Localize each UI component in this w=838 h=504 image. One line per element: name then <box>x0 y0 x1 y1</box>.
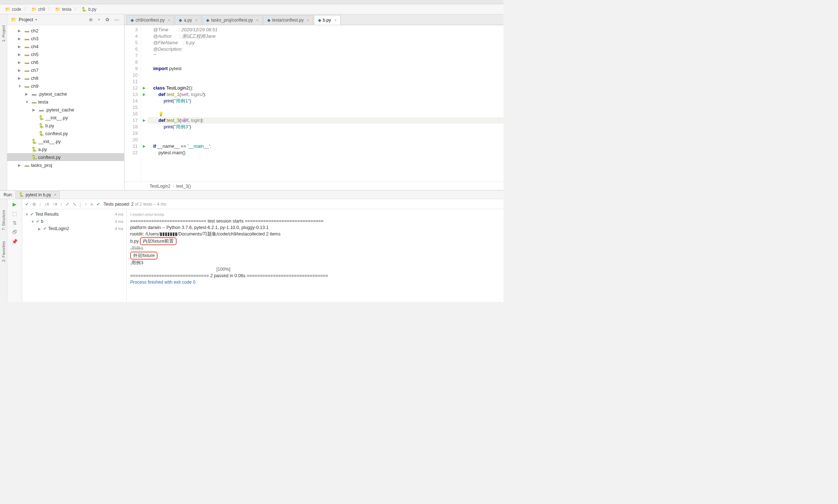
breadcrumb-item[interactable]: 🐍b.py <box>79 7 99 12</box>
rerun-icon[interactable]: ▶ <box>13 201 17 207</box>
editor-area: ◆ch9/conftest.py×◆a.py×◆tasks_proj/conft… <box>124 14 504 190</box>
show-passed-icon[interactable]: ✔ <box>25 202 29 207</box>
python-icon: ◆ <box>267 18 270 23</box>
test-tree-item[interactable]: ▶✔TestLogin24 ms <box>22 225 126 232</box>
side-tab-favorites[interactable]: 2: Favorites <box>1 241 6 262</box>
tree-item[interactable]: 🐍__init__.py <box>7 137 124 145</box>
close-icon[interactable]: × <box>195 18 197 22</box>
test-console-output[interactable]: / code/ cns/ testa======================… <box>127 209 504 302</box>
close-icon[interactable]: × <box>334 18 336 22</box>
code-content[interactable]: @Time : 2020/12/29 08:51@Author : 测试工程师J… <box>147 25 504 182</box>
line-number-gutter: 345678910111213141516171819202122 <box>124 25 141 182</box>
python-icon: 🐍 <box>38 131 45 136</box>
tree-item[interactable]: ▶▬tasks_proj <box>7 161 124 169</box>
tree-item[interactable]: ▶▬ch2 <box>7 27 124 35</box>
tree-item[interactable]: ▼▬testa <box>7 98 124 106</box>
python-icon: ◆ <box>131 18 134 23</box>
expand-icon[interactable]: ⤢ <box>65 202 69 207</box>
run-gutter[interactable]: ▶▶ ▶ ▶ <box>141 25 147 182</box>
test-tree-item[interactable]: ▼✔Test Results4 ms <box>22 211 126 218</box>
side-tab-structure[interactable]: 7: Structure <box>1 210 6 230</box>
run-config-tab[interactable]: 🐍 pytest in b.py × <box>15 191 60 198</box>
folder-icon: 📁 <box>55 7 60 12</box>
folder-icon: ▬ <box>24 52 30 57</box>
sort-icon[interactable]: ↓≡ <box>44 202 49 207</box>
check-icon: ✔ <box>43 226 47 231</box>
tree-item[interactable]: 🐍conftest.py <box>7 129 124 137</box>
folder-gray-icon: ▬ <box>31 91 37 97</box>
status-check-icon: ✔ <box>96 202 100 207</box>
prev-icon[interactable]: ↑ <box>85 202 87 207</box>
left-tool-stripe-bottom: 7: Structure 2: Favorites <box>0 199 7 302</box>
folder-icon: 📁 <box>5 7 10 12</box>
hide-icon[interactable]: — <box>113 16 120 23</box>
run-tool-window: Run: 🐍 pytest in b.py × 7: Structure 2: … <box>0 191 504 302</box>
tree-item[interactable]: ▶▬ch5 <box>7 50 124 58</box>
breadcrumb-item[interactable]: 📁code <box>3 7 23 12</box>
project-tool-window: 📁 Project ▾ ⊕ ÷ ✿ — ▶▬ch2▶▬ch3▶▬ch4▶▬ch5… <box>7 14 124 190</box>
editor-tabs: ◆ch9/conftest.py×◆a.py×◆tasks_proj/conft… <box>124 14 504 25</box>
breadcrumb-class[interactable]: TestLogin2 <box>150 184 170 189</box>
folder-icon: ▬ <box>24 36 30 41</box>
tree-item[interactable]: ▶▬ch7 <box>7 66 124 74</box>
pin-icon[interactable]: 📌 <box>12 239 18 244</box>
python-icon: ◆ <box>179 18 182 23</box>
folder-icon: ▬ <box>24 44 30 49</box>
check-icon: ✔ <box>36 219 40 224</box>
python-icon: ◆ <box>318 18 321 23</box>
editor-tab[interactable]: ◆b.py× <box>314 15 341 25</box>
collapse-icon[interactable]: ÷ <box>96 16 102 23</box>
close-icon[interactable]: × <box>256 18 258 22</box>
show-ignored-icon[interactable]: ⊘ <box>32 202 36 207</box>
stop-icon[interactable]: ⬚ <box>12 211 17 216</box>
tree-item[interactable]: ▼▬ch9 <box>7 82 124 90</box>
editor-tab[interactable]: ◆a.py× <box>175 15 201 25</box>
run-header: Run: 🐍 pytest in b.py × <box>0 191 504 199</box>
tree-item[interactable]: 🐍__init__.py <box>7 114 124 122</box>
editor-breadcrumb[interactable]: TestLogin2 › test_3() <box>124 182 504 190</box>
run-label: Run: <box>4 192 13 197</box>
test-tree-item[interactable]: ▼✔b4 ms <box>22 218 126 225</box>
folder-icon: ▬ <box>31 99 37 105</box>
export-icon[interactable]: 🗗 <box>12 229 17 235</box>
tree-item[interactable]: 🐍conftest.py <box>7 153 124 161</box>
folder-icon: ▬ <box>24 162 30 168</box>
breadcrumb-item[interactable]: 📁ch9 <box>29 7 47 12</box>
editor-tab[interactable]: ◆testa/conftest.py× <box>263 15 313 25</box>
test-results-tree[interactable]: ▼✔Test Results4 ms▼✔b4 ms▶✔TestLogin24 m… <box>22 209 127 302</box>
tree-item[interactable]: ▶▬ch6 <box>7 58 124 66</box>
collapse-all-icon[interactable]: ⤡ <box>73 202 76 207</box>
sort-alpha-icon[interactable]: ↑≡ <box>53 202 57 207</box>
next-icon[interactable]: » <box>90 202 93 207</box>
close-icon[interactable]: × <box>168 18 170 22</box>
side-tab-project[interactable]: 1: Project <box>1 25 6 42</box>
python-icon: 🐍 <box>81 7 87 12</box>
project-folder-icon: 📁 <box>11 17 17 22</box>
close-icon[interactable]: × <box>307 18 309 22</box>
tree-item[interactable]: ▶▬.pytest_cache <box>7 106 124 114</box>
breadcrumb-item[interactable]: 📁testa <box>53 7 73 12</box>
folder-icon: ▬ <box>24 75 30 81</box>
toggle-icon[interactable]: ⇅ <box>13 220 17 226</box>
tree-item[interactable]: 🐍b.py <box>7 122 124 129</box>
editor-tab[interactable]: ◆ch9/conftest.py× <box>127 15 174 25</box>
editor-tab[interactable]: ◆tasks_proj/conftest.py× <box>202 15 263 25</box>
project-title[interactable]: Project <box>19 17 33 22</box>
breadcrumb-method[interactable]: test_3() <box>176 184 191 189</box>
project-tree[interactable]: ▶▬ch2▶▬ch3▶▬ch4▶▬ch5▶▬ch6▶▬ch7▶▬ch8▼▬ch9… <box>7 25 124 190</box>
run-action-gutter: ▶ ⬚ ⇅ 🗗 📌 <box>7 199 22 302</box>
tree-item[interactable]: ▶▬ch4 <box>7 42 124 50</box>
tree-item[interactable]: 🐍a.py <box>7 145 124 153</box>
tree-item[interactable]: ▶▬ch3 <box>7 35 124 42</box>
folder-icon: ▬ <box>24 28 30 33</box>
folder-icon: 📁 <box>31 7 37 12</box>
tree-item[interactable]: ▶▬ch8 <box>7 74 124 82</box>
locate-icon[interactable]: ⊕ <box>87 16 94 23</box>
settings-icon[interactable]: ✿ <box>104 16 111 23</box>
tree-item[interactable]: ▶▬.pytest_cache <box>7 90 124 98</box>
test-toolbar: ✔ ⊘ | ↓≡ ↑≡ | ⤢ ⤡ | ↑ » ✔ Tests passed: … <box>22 199 504 209</box>
top-toolbar-remnant <box>0 0 504 4</box>
check-icon: ✔ <box>30 212 34 217</box>
editor[interactable]: 345678910111213141516171819202122 ▶▶ ▶ ▶… <box>124 25 504 182</box>
python-icon: ◆ <box>206 18 209 23</box>
